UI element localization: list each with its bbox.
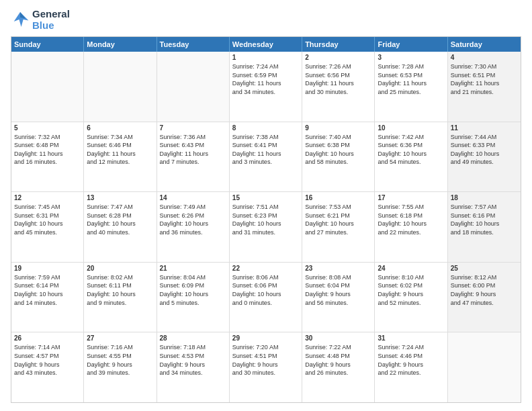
day-number: 26 bbox=[14, 334, 81, 342]
cell-text: Sunrise: 7:16 AM Sunset: 4:55 PM Dayligh… bbox=[87, 343, 153, 377]
cal-cell: 14Sunrise: 7:49 AM Sunset: 6:26 PM Dayli… bbox=[157, 192, 230, 262]
cal-cell: 25Sunrise: 8:12 AM Sunset: 6:00 PM Dayli… bbox=[448, 263, 521, 332]
day-header-saturday: Saturday bbox=[448, 37, 521, 52]
cal-cell: 7Sunrise: 7:36 AM Sunset: 6:43 PM Daylig… bbox=[157, 122, 230, 192]
cell-text: Sunrise: 7:24 AM Sunset: 6:59 PM Dayligh… bbox=[232, 62, 299, 96]
day-header-sunday: Sunday bbox=[11, 37, 84, 52]
cal-cell: 24Sunrise: 8:10 AM Sunset: 6:02 PM Dayli… bbox=[375, 263, 447, 332]
cell-text: Sunrise: 7:32 AM Sunset: 6:48 PM Dayligh… bbox=[14, 133, 81, 167]
cal-cell: 1Sunrise: 7:24 AM Sunset: 6:59 PM Daylig… bbox=[230, 52, 302, 122]
day-number: 9 bbox=[305, 124, 371, 132]
cal-cell: 23Sunrise: 8:08 AM Sunset: 6:04 PM Dayli… bbox=[302, 263, 375, 332]
calendar-body: 1Sunrise: 7:24 AM Sunset: 6:59 PM Daylig… bbox=[11, 52, 521, 402]
cell-text: Sunrise: 7:51 AM Sunset: 6:23 PM Dayligh… bbox=[232, 203, 299, 236]
day-header-monday: Monday bbox=[84, 37, 157, 52]
day-header-tuesday: Tuesday bbox=[157, 37, 230, 52]
page: General Blue SundayMondayTuesdayWednesda… bbox=[0, 0, 532, 411]
day-number: 28 bbox=[160, 334, 226, 342]
cell-text: Sunrise: 7:38 AM Sunset: 6:41 PM Dayligh… bbox=[232, 133, 299, 167]
cell-text: Sunrise: 8:06 AM Sunset: 6:06 PM Dayligh… bbox=[232, 273, 299, 307]
cal-cell: 16Sunrise: 7:53 AM Sunset: 6:21 PM Dayli… bbox=[302, 192, 375, 262]
cell-text: Sunrise: 7:20 AM Sunset: 4:51 PM Dayligh… bbox=[232, 343, 299, 377]
week-row-2: 5Sunrise: 7:32 AM Sunset: 6:48 PM Daylig… bbox=[11, 122, 521, 193]
cell-text: Sunrise: 7:30 AM Sunset: 6:51 PM Dayligh… bbox=[451, 62, 518, 96]
cal-cell: 21Sunrise: 8:04 AM Sunset: 6:09 PM Dayli… bbox=[157, 263, 230, 332]
cal-cell bbox=[11, 52, 84, 122]
week-row-3: 12Sunrise: 7:45 AM Sunset: 6:31 PM Dayli… bbox=[11, 192, 521, 263]
cell-text: Sunrise: 7:36 AM Sunset: 6:43 PM Dayligh… bbox=[160, 133, 226, 167]
cell-text: Sunrise: 7:24 AM Sunset: 4:46 PM Dayligh… bbox=[378, 343, 444, 377]
week-row-4: 19Sunrise: 7:59 AM Sunset: 6:14 PM Dayli… bbox=[11, 263, 521, 333]
cal-cell: 5Sunrise: 7:32 AM Sunset: 6:48 PM Daylig… bbox=[11, 122, 84, 192]
cell-text: Sunrise: 7:26 AM Sunset: 6:56 PM Dayligh… bbox=[305, 62, 371, 96]
day-number: 1 bbox=[232, 54, 299, 61]
cell-text: Sunrise: 7:49 AM Sunset: 6:26 PM Dayligh… bbox=[160, 203, 226, 236]
calendar: SundayMondayTuesdayWednesdayThursdayFrid… bbox=[11, 36, 521, 403]
cell-text: Sunrise: 7:53 AM Sunset: 6:21 PM Dayligh… bbox=[305, 203, 371, 236]
day-number: 13 bbox=[87, 194, 153, 201]
cell-text: Sunrise: 8:08 AM Sunset: 6:04 PM Dayligh… bbox=[305, 273, 371, 307]
cell-text: Sunrise: 8:04 AM Sunset: 6:09 PM Dayligh… bbox=[160, 273, 226, 307]
cal-cell: 10Sunrise: 7:42 AM Sunset: 6:36 PM Dayli… bbox=[375, 122, 447, 192]
cal-cell: 28Sunrise: 7:18 AM Sunset: 4:53 PM Dayli… bbox=[157, 332, 230, 402]
cal-cell: 15Sunrise: 7:51 AM Sunset: 6:23 PM Dayli… bbox=[230, 192, 302, 262]
day-number: 14 bbox=[160, 194, 226, 201]
day-header-thursday: Thursday bbox=[302, 37, 375, 52]
day-number: 30 bbox=[305, 334, 371, 342]
day-number: 29 bbox=[232, 334, 299, 342]
week-row-1: 1Sunrise: 7:24 AM Sunset: 6:59 PM Daylig… bbox=[11, 52, 521, 122]
cell-text: Sunrise: 7:14 AM Sunset: 4:57 PM Dayligh… bbox=[14, 343, 81, 377]
cell-text: Sunrise: 7:45 AM Sunset: 6:31 PM Dayligh… bbox=[14, 203, 81, 236]
day-number: 17 bbox=[378, 194, 444, 201]
day-number: 20 bbox=[87, 265, 153, 272]
day-number: 8 bbox=[232, 124, 299, 132]
cell-text: Sunrise: 7:57 AM Sunset: 6:16 PM Dayligh… bbox=[451, 203, 518, 236]
day-number: 6 bbox=[87, 124, 153, 132]
logo: General Blue bbox=[11, 8, 70, 31]
cal-cell: 30Sunrise: 7:22 AM Sunset: 4:48 PM Dayli… bbox=[302, 332, 375, 402]
cell-text: Sunrise: 7:55 AM Sunset: 6:18 PM Dayligh… bbox=[378, 203, 444, 236]
cal-cell: 12Sunrise: 7:45 AM Sunset: 6:31 PM Dayli… bbox=[11, 192, 84, 262]
day-number: 25 bbox=[451, 265, 518, 272]
day-number: 2 bbox=[305, 54, 371, 61]
cal-cell: 17Sunrise: 7:55 AM Sunset: 6:18 PM Dayli… bbox=[375, 192, 447, 262]
cal-cell bbox=[448, 332, 521, 402]
day-number: 4 bbox=[451, 54, 518, 61]
cell-text: Sunrise: 7:47 AM Sunset: 6:28 PM Dayligh… bbox=[87, 203, 153, 236]
cal-cell: 20Sunrise: 8:02 AM Sunset: 6:11 PM Dayli… bbox=[84, 263, 157, 332]
day-number: 21 bbox=[160, 265, 226, 272]
cal-cell bbox=[157, 52, 230, 122]
day-number: 31 bbox=[378, 334, 444, 342]
day-number: 7 bbox=[160, 124, 226, 132]
cal-cell: 19Sunrise: 7:59 AM Sunset: 6:14 PM Dayli… bbox=[11, 263, 84, 332]
cal-cell: 29Sunrise: 7:20 AM Sunset: 4:51 PM Dayli… bbox=[230, 332, 302, 402]
cal-cell bbox=[84, 52, 157, 122]
day-number: 10 bbox=[378, 124, 444, 132]
cal-cell: 8Sunrise: 7:38 AM Sunset: 6:41 PM Daylig… bbox=[230, 122, 302, 192]
calendar-header: SundayMondayTuesdayWednesdayThursdayFrid… bbox=[11, 37, 521, 52]
day-number: 24 bbox=[378, 265, 444, 272]
cal-cell: 4Sunrise: 7:30 AM Sunset: 6:51 PM Daylig… bbox=[448, 52, 521, 122]
day-header-friday: Friday bbox=[375, 37, 447, 52]
day-number: 18 bbox=[451, 194, 518, 201]
cal-cell: 27Sunrise: 7:16 AM Sunset: 4:55 PM Dayli… bbox=[84, 332, 157, 402]
cal-cell: 3Sunrise: 7:28 AM Sunset: 6:53 PM Daylig… bbox=[375, 52, 447, 122]
cal-cell: 18Sunrise: 7:57 AM Sunset: 6:16 PM Dayli… bbox=[448, 192, 521, 262]
week-row-5: 26Sunrise: 7:14 AM Sunset: 4:57 PM Dayli… bbox=[11, 332, 521, 402]
day-number: 11 bbox=[451, 124, 518, 132]
day-number: 23 bbox=[305, 265, 371, 272]
day-number: 15 bbox=[232, 194, 299, 201]
cell-text: Sunrise: 7:40 AM Sunset: 6:38 PM Dayligh… bbox=[305, 133, 371, 167]
cell-text: Sunrise: 8:10 AM Sunset: 6:02 PM Dayligh… bbox=[378, 273, 444, 307]
cell-text: Sunrise: 7:44 AM Sunset: 6:33 PM Dayligh… bbox=[451, 133, 518, 167]
cell-text: Sunrise: 8:12 AM Sunset: 6:00 PM Dayligh… bbox=[451, 273, 518, 307]
cell-text: Sunrise: 7:22 AM Sunset: 4:48 PM Dayligh… bbox=[305, 343, 371, 377]
day-number: 12 bbox=[14, 194, 81, 201]
day-number: 16 bbox=[305, 194, 371, 201]
day-number: 19 bbox=[14, 265, 81, 272]
day-number: 22 bbox=[232, 265, 299, 272]
cal-cell: 9Sunrise: 7:40 AM Sunset: 6:38 PM Daylig… bbox=[302, 122, 375, 192]
cal-cell: 6Sunrise: 7:34 AM Sunset: 6:46 PM Daylig… bbox=[84, 122, 157, 192]
logo-icon bbox=[11, 10, 30, 29]
cell-text: Sunrise: 7:42 AM Sunset: 6:36 PM Dayligh… bbox=[378, 133, 444, 167]
